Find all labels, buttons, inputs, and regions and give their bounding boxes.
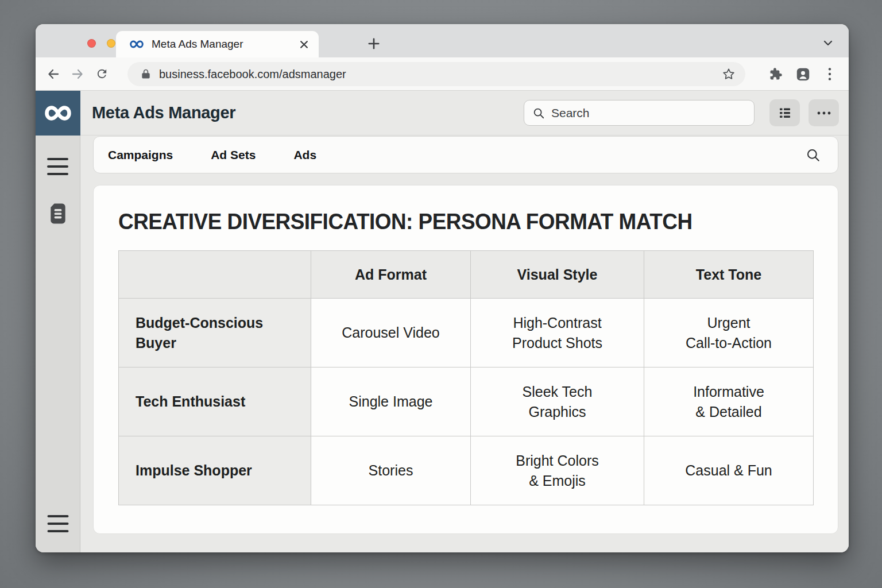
app-header: Meta Ads Manager bbox=[80, 91, 849, 136]
content-area: Meta Ads Manager bbox=[80, 91, 849, 552]
app-title: Meta Ads Manager bbox=[92, 103, 235, 122]
report-card: CREATIVE DIVERSIFICATION: PERSONA FORMAT… bbox=[93, 185, 838, 534]
browser-menu-dots-icon[interactable] bbox=[823, 67, 836, 82]
sidebar-menu-icon[interactable] bbox=[47, 158, 68, 175]
sidebar bbox=[36, 91, 80, 552]
table-row: Budget-Conscious Buyer Carousel Video Hi… bbox=[119, 299, 814, 368]
url-text: business.facebook.com/adsmanager bbox=[159, 68, 720, 81]
window-close-button[interactable] bbox=[87, 39, 96, 48]
page-body: Meta Ads Manager bbox=[36, 91, 849, 552]
table-row: Tech Enthusiast Single Image Sleek Tech … bbox=[119, 368, 814, 436]
global-search-box[interactable] bbox=[524, 100, 755, 126]
browser-toolbar: business.facebook.com/adsmanager bbox=[36, 57, 849, 91]
column-header-visual-style: Visual Style bbox=[471, 251, 644, 299]
tab-search-chevron-icon[interactable] bbox=[818, 31, 838, 55]
row-label-persona: Budget-Conscious Buyer bbox=[119, 299, 311, 368]
cell-ad-format: Single Image bbox=[311, 368, 471, 436]
url-address-bar[interactable]: business.facebook.com/adsmanager bbox=[127, 62, 745, 86]
new-tab-button[interactable] bbox=[362, 32, 386, 56]
tab-ads[interactable]: Ads bbox=[293, 148, 316, 162]
persona-format-table: Ad Format Visual Style Text Tone Budget-… bbox=[118, 250, 814, 505]
row-label-persona: Tech Enthusiast bbox=[119, 368, 311, 436]
browser-tab-strip: Meta Ads Manager bbox=[36, 24, 849, 57]
row-label-persona: Impulse Shopper bbox=[119, 436, 311, 505]
window-minimize-button[interactable] bbox=[107, 39, 115, 48]
cell-text-tone: Casual & Fun bbox=[644, 436, 814, 505]
sidebar-notes-icon[interactable] bbox=[47, 202, 69, 226]
cell-text-tone: Informative & Detailed bbox=[644, 368, 814, 436]
table-header-row: Ad Format Visual Style Text Tone bbox=[119, 251, 814, 299]
level-nav-bar: Campaigns Ad Sets Ads bbox=[93, 136, 838, 173]
meta-favicon-icon bbox=[129, 37, 144, 52]
close-tab-icon[interactable] bbox=[300, 40, 308, 49]
back-icon[interactable] bbox=[44, 64, 63, 84]
forward-icon[interactable] bbox=[68, 64, 87, 84]
profile-avatar-icon[interactable] bbox=[795, 67, 811, 82]
table-row: Impulse Shopper Stories Bright Colors & … bbox=[119, 436, 814, 505]
cell-text-tone: Urgent Call-to-Action bbox=[644, 299, 814, 368]
list-view-button[interactable] bbox=[769, 99, 800, 126]
bookmark-star-icon[interactable] bbox=[720, 65, 737, 83]
tab-title: Meta Ads Manager bbox=[152, 38, 300, 51]
extensions-puzzle-icon[interactable] bbox=[768, 67, 783, 82]
cell-visual-style: High-Contrast Product Shots bbox=[471, 299, 644, 368]
meta-logo[interactable] bbox=[36, 91, 80, 136]
table-search-icon[interactable] bbox=[806, 148, 821, 163]
column-header-ad-format: Ad Format bbox=[311, 251, 471, 299]
tab-ad-sets[interactable]: Ad Sets bbox=[211, 148, 256, 162]
search-input[interactable] bbox=[551, 106, 746, 120]
reload-icon[interactable] bbox=[92, 64, 111, 84]
search-icon bbox=[532, 107, 545, 119]
tab-campaigns[interactable]: Campaigns bbox=[108, 148, 173, 162]
column-header-empty bbox=[119, 251, 311, 299]
page-title: CREATIVE DIVERSIFICATION: PERSONA FORMAT… bbox=[118, 210, 693, 234]
cell-ad-format: Carousel Video bbox=[311, 299, 471, 368]
lock-icon bbox=[140, 68, 152, 80]
column-header-text-tone: Text Tone bbox=[644, 251, 814, 299]
browser-tab[interactable]: Meta Ads Manager bbox=[116, 31, 319, 57]
more-options-button[interactable] bbox=[808, 99, 839, 126]
cell-ad-format: Stories bbox=[311, 436, 471, 505]
cell-visual-style: Bright Colors & Emojis bbox=[471, 436, 644, 505]
sidebar-bottom-menu-icon[interactable] bbox=[47, 515, 68, 532]
browser-window: Meta Ads Manager bbox=[36, 24, 849, 552]
cell-visual-style: Sleek Tech Graphics bbox=[471, 368, 644, 436]
